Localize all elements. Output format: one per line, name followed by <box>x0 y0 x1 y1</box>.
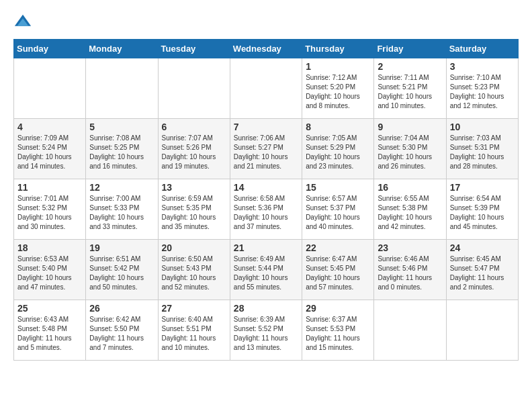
day-info: Sunrise: 6:37 AMSunset: 5:53 PMDaylight:… <box>306 315 370 353</box>
calendar-week-row: 18Sunrise: 6:53 AMSunset: 5:40 PMDayligh… <box>14 240 519 300</box>
calendar-week-row: 1Sunrise: 7:12 AMSunset: 5:20 PMDaylight… <box>14 58 519 119</box>
calendar-cell <box>14 58 86 119</box>
day-info: Sunrise: 7:10 AMSunset: 5:23 PMDaylight:… <box>450 73 515 111</box>
weekday-header-thursday: Thursday <box>302 40 374 58</box>
calendar-cell: 3Sunrise: 7:10 AMSunset: 5:23 PMDaylight… <box>446 58 518 119</box>
calendar-cell: 29Sunrise: 6:37 AMSunset: 5:53 PMDayligh… <box>302 300 374 361</box>
day-info: Sunrise: 6:53 AMSunset: 5:40 PMDaylight:… <box>17 255 82 292</box>
day-number: 23 <box>378 242 442 253</box>
day-number: 19 <box>89 242 154 253</box>
calendar-cell: 11Sunrise: 7:01 AMSunset: 5:32 PMDayligh… <box>14 179 86 240</box>
calendar-cell: 18Sunrise: 6:53 AMSunset: 5:40 PMDayligh… <box>14 240 86 300</box>
calendar-cell: 2Sunrise: 7:11 AMSunset: 5:21 PMDaylight… <box>374 58 446 119</box>
day-info: Sunrise: 6:45 AMSunset: 5:47 PMDaylight:… <box>450 255 515 292</box>
calendar-cell: 17Sunrise: 6:54 AMSunset: 5:39 PMDayligh… <box>446 179 518 240</box>
day-number: 14 <box>234 182 298 193</box>
page-header <box>13 13 519 32</box>
day-number: 10 <box>450 122 515 132</box>
day-info: Sunrise: 7:11 AMSunset: 5:21 PMDaylight:… <box>378 73 442 111</box>
calendar-cell: 20Sunrise: 6:50 AMSunset: 5:43 PMDayligh… <box>158 240 230 300</box>
day-info: Sunrise: 7:08 AMSunset: 5:25 PMDaylight:… <box>89 134 154 171</box>
day-info: Sunrise: 7:01 AMSunset: 5:32 PMDaylight:… <box>17 194 82 232</box>
day-number: 16 <box>378 182 442 193</box>
day-info: Sunrise: 6:58 AMSunset: 5:36 PMDaylight:… <box>234 194 298 232</box>
day-info: Sunrise: 6:49 AMSunset: 5:44 PMDaylight:… <box>234 255 298 292</box>
day-number: 7 <box>234 122 298 132</box>
day-number: 15 <box>306 182 370 193</box>
calendar-cell: 26Sunrise: 6:42 AMSunset: 5:50 PMDayligh… <box>86 300 158 361</box>
calendar-cell: 8Sunrise: 7:05 AMSunset: 5:29 PMDaylight… <box>302 119 374 179</box>
day-number: 24 <box>450 242 515 253</box>
day-number: 25 <box>17 303 82 314</box>
day-number: 2 <box>378 61 442 72</box>
day-info: Sunrise: 7:03 AMSunset: 5:31 PMDaylight:… <box>450 134 515 171</box>
day-number: 29 <box>306 303 370 314</box>
calendar-cell: 16Sunrise: 6:55 AMSunset: 5:38 PMDayligh… <box>374 179 446 240</box>
day-number: 8 <box>306 122 370 132</box>
weekday-header-row: SundayMondayTuesdayWednesdayThursdayFrid… <box>14 40 519 58</box>
calendar-cell: 13Sunrise: 6:59 AMSunset: 5:35 PMDayligh… <box>158 179 230 240</box>
calendar-cell <box>374 300 446 361</box>
calendar-cell: 6Sunrise: 7:07 AMSunset: 5:26 PMDaylight… <box>158 119 230 179</box>
day-number: 22 <box>306 242 370 253</box>
day-number: 13 <box>162 182 226 193</box>
day-number: 6 <box>162 122 226 132</box>
day-info: Sunrise: 6:50 AMSunset: 5:43 PMDaylight:… <box>162 255 226 292</box>
calendar-cell: 10Sunrise: 7:03 AMSunset: 5:31 PMDayligh… <box>446 119 518 179</box>
day-number: 20 <box>162 242 226 253</box>
calendar-cell: 28Sunrise: 6:39 AMSunset: 5:52 PMDayligh… <box>230 300 302 361</box>
calendar-cell: 9Sunrise: 7:04 AMSunset: 5:30 PMDaylight… <box>374 119 446 179</box>
calendar-cell: 19Sunrise: 6:51 AMSunset: 5:42 PMDayligh… <box>86 240 158 300</box>
calendar-cell: 5Sunrise: 7:08 AMSunset: 5:25 PMDaylight… <box>86 119 158 179</box>
calendar-cell: 12Sunrise: 7:00 AMSunset: 5:33 PMDayligh… <box>86 179 158 240</box>
calendar-cell: 23Sunrise: 6:46 AMSunset: 5:46 PMDayligh… <box>374 240 446 300</box>
day-info: Sunrise: 7:12 AMSunset: 5:20 PMDaylight:… <box>306 73 370 111</box>
calendar-cell: 21Sunrise: 6:49 AMSunset: 5:44 PMDayligh… <box>230 240 302 300</box>
calendar-week-row: 25Sunrise: 6:43 AMSunset: 5:48 PMDayligh… <box>14 300 519 361</box>
calendar-week-row: 4Sunrise: 7:09 AMSunset: 5:24 PMDaylight… <box>14 119 519 179</box>
day-number: 5 <box>89 122 154 132</box>
weekday-header-sunday: Sunday <box>14 40 86 58</box>
day-number: 9 <box>378 122 442 132</box>
calendar-cell: 14Sunrise: 6:58 AMSunset: 5:36 PMDayligh… <box>230 179 302 240</box>
day-number: 28 <box>234 303 298 314</box>
calendar-cell: 24Sunrise: 6:45 AMSunset: 5:47 PMDayligh… <box>446 240 518 300</box>
calendar-cell: 7Sunrise: 7:06 AMSunset: 5:27 PMDaylight… <box>230 119 302 179</box>
day-info: Sunrise: 7:00 AMSunset: 5:33 PMDaylight:… <box>89 194 154 232</box>
calendar-cell: 27Sunrise: 6:40 AMSunset: 5:51 PMDayligh… <box>158 300 230 361</box>
day-info: Sunrise: 6:42 AMSunset: 5:50 PMDaylight:… <box>89 315 154 353</box>
calendar-cell: 22Sunrise: 6:47 AMSunset: 5:45 PMDayligh… <box>302 240 374 300</box>
calendar-cell: 15Sunrise: 6:57 AMSunset: 5:37 PMDayligh… <box>302 179 374 240</box>
day-info: Sunrise: 7:09 AMSunset: 5:24 PMDaylight:… <box>17 134 82 171</box>
day-info: Sunrise: 7:05 AMSunset: 5:29 PMDaylight:… <box>306 134 370 171</box>
day-number: 26 <box>89 303 154 314</box>
day-info: Sunrise: 6:54 AMSunset: 5:39 PMDaylight:… <box>450 194 515 232</box>
day-info: Sunrise: 6:51 AMSunset: 5:42 PMDaylight:… <box>89 255 154 292</box>
calendar-cell: 1Sunrise: 7:12 AMSunset: 5:20 PMDaylight… <box>302 58 374 119</box>
day-number: 21 <box>234 242 298 253</box>
calendar-cell: 4Sunrise: 7:09 AMSunset: 5:24 PMDaylight… <box>14 119 86 179</box>
day-info: Sunrise: 6:57 AMSunset: 5:37 PMDaylight:… <box>306 194 370 232</box>
weekday-header-monday: Monday <box>86 40 158 58</box>
calendar-cell <box>446 300 518 361</box>
day-info: Sunrise: 6:39 AMSunset: 5:52 PMDaylight:… <box>234 315 298 353</box>
calendar-cell <box>86 58 158 119</box>
logo <box>13 13 35 32</box>
day-info: Sunrise: 6:40 AMSunset: 5:51 PMDaylight:… <box>162 315 226 353</box>
calendar-cell <box>158 58 230 119</box>
weekday-header-saturday: Saturday <box>446 40 518 58</box>
day-number: 27 <box>162 303 226 314</box>
day-number: 3 <box>450 61 515 72</box>
day-number: 12 <box>89 182 154 193</box>
day-number: 1 <box>306 61 370 72</box>
weekday-header-wednesday: Wednesday <box>230 40 302 58</box>
day-info: Sunrise: 6:55 AMSunset: 5:38 PMDaylight:… <box>378 194 442 232</box>
day-info: Sunrise: 6:43 AMSunset: 5:48 PMDaylight:… <box>17 315 82 353</box>
calendar-cell <box>230 58 302 119</box>
day-info: Sunrise: 6:46 AMSunset: 5:46 PMDaylight:… <box>378 255 442 292</box>
day-info: Sunrise: 7:06 AMSunset: 5:27 PMDaylight:… <box>234 134 298 171</box>
weekday-header-tuesday: Tuesday <box>158 40 230 58</box>
calendar-cell: 25Sunrise: 6:43 AMSunset: 5:48 PMDayligh… <box>14 300 86 361</box>
day-number: 18 <box>17 242 82 253</box>
day-number: 17 <box>450 182 515 193</box>
